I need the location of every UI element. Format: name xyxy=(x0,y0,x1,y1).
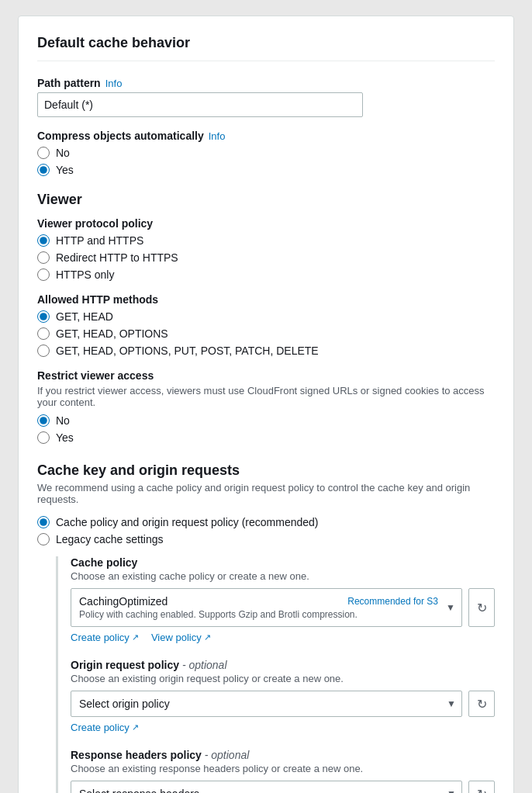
cache-policy-label: Cache policy xyxy=(71,556,495,569)
http-get-head-radio[interactable] xyxy=(37,310,50,323)
refresh-icon: ↻ xyxy=(477,601,487,615)
response-headers-policy-block: Response headers policy - optional Choos… xyxy=(71,749,495,793)
restrict-yes-label: Yes xyxy=(56,431,74,444)
origin-request-optional-label: - optional xyxy=(182,659,227,671)
cache-recommended-label: Cache policy and origin request policy (… xyxy=(56,516,319,528)
http-all-methods-radio[interactable] xyxy=(37,345,50,357)
restrict-access-group: Restrict viewer access If you restrict v… xyxy=(37,369,495,444)
caching-dropdown-arrow-icon: ▼ xyxy=(446,602,455,613)
compress-yes-option[interactable]: Yes xyxy=(37,164,495,176)
response-headers-select-row: Select response headers ▼ ↻ xyxy=(71,781,495,793)
http-get-head-options-option[interactable]: GET, HEAD, OPTIONS xyxy=(37,327,495,340)
restrict-no-radio[interactable] xyxy=(37,414,50,427)
response-headers-policy-label: Response headers policy - optional xyxy=(71,749,495,761)
cache-policy-select-row: CachingOptimized Recommended for S3 Poli… xyxy=(71,588,495,627)
vpp-redirect-label: Redirect HTTP to HTTPS xyxy=(56,251,178,264)
cache-policy-select-wrapper: CachingOptimized Recommended for S3 Poli… xyxy=(71,588,462,627)
compress-no-radio[interactable] xyxy=(37,147,50,159)
response-headers-policy-select[interactable]: Select response headers xyxy=(71,781,462,793)
origin-request-policy-create-link[interactable]: Create policy ↗ xyxy=(71,722,139,733)
cache-policy-block: Cache policy Choose an existing cache po… xyxy=(71,556,495,643)
cache-policy-links: Create policy ↗ View policy ↗ xyxy=(71,632,495,643)
compress-no-label: No xyxy=(56,147,70,159)
origin-request-select-row: Select origin policy ▼ ↻ xyxy=(71,691,495,717)
origin-refresh-icon: ↻ xyxy=(477,697,487,712)
cache-key-desc: We recommend using a cache policy and or… xyxy=(37,482,495,505)
response-refresh-icon: ↻ xyxy=(477,787,487,794)
vpp-https-only-radio[interactable] xyxy=(37,268,50,281)
cache-key-radio-group: Cache policy and origin request policy (… xyxy=(37,516,495,545)
path-pattern-group: Path pattern Info xyxy=(37,77,495,117)
path-pattern-input[interactable] xyxy=(37,92,363,117)
path-pattern-label: Path pattern Info xyxy=(37,77,495,89)
cache-legacy-radio[interactable] xyxy=(37,533,50,545)
compress-yes-label: Yes xyxy=(56,164,74,176)
http-methods-group: Allowed HTTP methods GET, HEAD GET, HEAD… xyxy=(37,293,495,357)
restrict-yes-radio[interactable] xyxy=(37,431,50,444)
cache-policy-select-display[interactable]: CachingOptimized Recommended for S3 Poli… xyxy=(71,588,462,627)
compress-info-link[interactable]: Info xyxy=(209,130,226,142)
vpp-redirect-radio[interactable] xyxy=(37,251,50,264)
cache-policy-view-link[interactable]: View policy ↗ xyxy=(151,632,211,643)
viewer-title: Viewer xyxy=(37,192,495,208)
origin-request-policy-refresh-button[interactable]: ↻ xyxy=(468,691,495,717)
vpp-https-only-option[interactable]: HTTPS only xyxy=(37,268,495,281)
viewer-protocol-group: Viewer protocol policy HTTP and HTTPS Re… xyxy=(37,217,495,281)
compress-radio-group: No Yes xyxy=(37,147,495,176)
origin-request-policy-desc: Choose an existing origin request policy… xyxy=(71,673,495,684)
cache-key-title: Cache key and origin requests xyxy=(37,462,495,479)
compress-yes-radio[interactable] xyxy=(37,164,50,176)
restrict-access-radio-group: No Yes xyxy=(37,414,495,444)
compress-label: Compress objects automatically Info xyxy=(37,130,495,142)
cache-policy-refresh-button[interactable]: ↻ xyxy=(468,588,495,627)
http-methods-label: Allowed HTTP methods xyxy=(37,293,495,306)
vpp-http-https-radio[interactable] xyxy=(37,234,50,247)
origin-request-policy-block: Origin request policy - optional Choose … xyxy=(71,659,495,733)
caching-select-top: CachingOptimized Recommended for S3 xyxy=(79,595,438,608)
cache-policy-create-link[interactable]: Create policy ↗ xyxy=(71,632,139,643)
viewer-protocol-radio-group: HTTP and HTTPS Redirect HTTP to HTTPS HT… xyxy=(37,234,495,281)
vpp-http-https-option[interactable]: HTTP and HTTPS xyxy=(37,234,495,247)
cache-view-external-icon: ↗ xyxy=(204,632,211,642)
cache-legacy-option[interactable]: Legacy cache settings xyxy=(37,533,495,545)
vpp-https-only-label: HTTPS only xyxy=(56,268,114,281)
origin-request-select-wrapper: Select origin policy ▼ xyxy=(71,691,462,717)
http-get-head-label: GET, HEAD xyxy=(56,310,113,323)
origin-request-policy-links: Create policy ↗ xyxy=(71,722,495,733)
card-title: Default cache behavior xyxy=(37,35,495,61)
vpp-http-https-label: HTTP and HTTPS xyxy=(56,234,143,247)
origin-request-policy-select[interactable]: Select origin policy xyxy=(71,691,462,717)
origin-request-policy-label: Origin request policy - optional xyxy=(71,659,495,671)
http-get-head-options-radio[interactable] xyxy=(37,327,50,340)
path-pattern-info-link[interactable]: Info xyxy=(105,78,123,89)
caching-name: CachingOptimized xyxy=(79,595,168,608)
cache-legacy-label: Legacy cache settings xyxy=(56,533,164,545)
cache-create-external-icon: ↗ xyxy=(132,632,139,642)
cache-policy-desc: Choose an existing cache policy or creat… xyxy=(71,570,495,582)
restrict-no-label: No xyxy=(56,414,70,427)
recommended-badge: Recommended for S3 xyxy=(347,596,438,607)
response-headers-select-wrapper: Select response headers ▼ xyxy=(71,781,462,793)
restrict-no-option[interactable]: No xyxy=(37,414,495,427)
http-all-methods-label: GET, HEAD, OPTIONS, PUT, POST, PATCH, DE… xyxy=(56,345,319,357)
vpp-redirect-option[interactable]: Redirect HTTP to HTTPS xyxy=(37,251,495,264)
restrict-yes-option[interactable]: Yes xyxy=(37,431,495,444)
origin-create-external-icon: ↗ xyxy=(132,722,139,732)
compress-no-option[interactable]: No xyxy=(37,147,495,159)
response-headers-policy-desc: Choose an existing response headers poli… xyxy=(71,763,495,774)
restrict-access-label: Restrict viewer access xyxy=(37,369,495,382)
compress-group: Compress objects automatically Info No Y… xyxy=(37,130,495,176)
restrict-access-desc: If you restrict viewer access, viewers m… xyxy=(37,385,495,408)
cache-recommended-radio[interactable] xyxy=(37,516,50,528)
http-methods-radio-group: GET, HEAD GET, HEAD, OPTIONS GET, HEAD, … xyxy=(37,310,495,357)
http-get-head-option[interactable]: GET, HEAD xyxy=(37,310,495,323)
default-cache-behavior-card: Default cache behavior Path pattern Info… xyxy=(18,16,514,793)
http-all-methods-option[interactable]: GET, HEAD, OPTIONS, PUT, POST, PATCH, DE… xyxy=(37,345,495,357)
response-headers-optional-label: - optional xyxy=(205,749,250,761)
caching-desc: Policy with caching enabled. Supports Gz… xyxy=(79,609,438,620)
response-headers-policy-refresh-button[interactable]: ↻ xyxy=(468,781,495,793)
cache-recommended-option[interactable]: Cache policy and origin request policy (… xyxy=(37,516,495,528)
policy-settings-block: Cache policy Choose an existing cache po… xyxy=(56,556,495,793)
http-get-head-options-label: GET, HEAD, OPTIONS xyxy=(56,327,168,340)
viewer-protocol-label: Viewer protocol policy xyxy=(37,217,495,230)
